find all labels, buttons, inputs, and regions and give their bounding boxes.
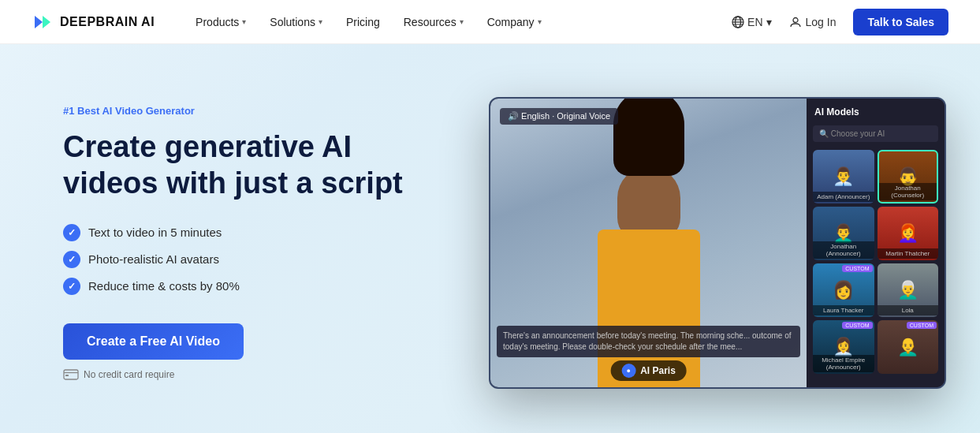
nav-links: Products ▾ Solutions ▾ Pricing Resources… bbox=[186, 11, 732, 33]
svg-point-7 bbox=[793, 17, 798, 22]
check-icon bbox=[63, 251, 80, 268]
check-icon bbox=[63, 278, 80, 295]
chevron-down-icon: ▾ bbox=[460, 17, 464, 26]
lang-selector[interactable]: EN ▾ bbox=[732, 16, 771, 28]
nav-right: EN ▾ Log In Talk to Sales bbox=[732, 9, 948, 35]
hero-badge: #1 Best AI Video Generator bbox=[63, 105, 442, 117]
logo[interactable]: DEEPBRAIN AI bbox=[32, 11, 155, 33]
avatar-card[interactable]: 👩‍🦰Martin Thatcher bbox=[878, 207, 939, 260]
avatar-neck bbox=[637, 215, 661, 231]
avatar-card[interactable]: 👨‍🦱Jonathan (Announcer) bbox=[813, 207, 874, 260]
feature-item-2: Photo-realistic AI avatars bbox=[63, 251, 442, 268]
logo-icon bbox=[32, 11, 54, 33]
avatar-card[interactable]: 👨Jonathan (Counselor) bbox=[878, 150, 939, 203]
hero-section: #1 Best AI Video Generator Create genera… bbox=[63, 105, 442, 379]
chevron-down-icon: ▾ bbox=[766, 16, 772, 28]
svg-marker-0 bbox=[35, 16, 43, 28]
main-content: #1 Best AI Video Generator Create genera… bbox=[0, 44, 980, 433]
avatar-card-label: Jonathan (Counselor) bbox=[879, 183, 937, 200]
credit-card-icon bbox=[63, 369, 79, 380]
login-button[interactable]: Log In bbox=[781, 11, 844, 33]
svg-rect-10 bbox=[65, 375, 69, 376]
ai-models-panel: AI Models 🔍 Choose your AI 👨‍💼Adam (Anno… bbox=[807, 99, 945, 387]
talk-to-sales-button[interactable]: Talk to Sales bbox=[853, 9, 948, 35]
nav-pricing[interactable]: Pricing bbox=[337, 11, 389, 33]
custom-badge: CUSTOM bbox=[842, 322, 872, 329]
avatar-card[interactable]: 👨‍🦳Lola bbox=[878, 263, 939, 317]
video-container: 🔊 English · Original Voice There's an an… bbox=[489, 97, 946, 389]
check-icon bbox=[63, 224, 80, 241]
avatars-grid: 👨‍💼Adam (Announcer)👨Jonathan (Counselor)… bbox=[813, 150, 938, 374]
no-credit-text: No credit card require bbox=[63, 369, 442, 380]
avatar-card[interactable]: 👨‍💼Adam (Announcer) bbox=[813, 150, 874, 203]
nav-solutions[interactable]: Solutions ▾ bbox=[260, 11, 332, 33]
nav-resources[interactable]: Resources ▾ bbox=[394, 11, 473, 33]
hero-title: Create generative AI videos with just a … bbox=[63, 129, 442, 201]
avatar-card[interactable]: 👩‍💼Michael Empire (Announcer)CUSTOM bbox=[813, 320, 874, 374]
svg-marker-1 bbox=[43, 16, 50, 28]
avatar-card-label: Lola bbox=[878, 305, 939, 315]
avatar-card-label: Jonathan (Announcer) bbox=[813, 241, 874, 259]
avatar-card[interactable]: 👨‍🦲CUSTOM bbox=[878, 320, 939, 374]
avatar-name-label: ● AI Paris bbox=[610, 360, 687, 381]
panel-title: AI Models bbox=[813, 106, 938, 118]
chevron-down-icon: ▾ bbox=[242, 17, 246, 26]
search-ai-input[interactable]: 🔍 Choose your AI bbox=[813, 125, 938, 142]
avatar-hair bbox=[613, 97, 684, 176]
avatar-card-label: Laura Thacker bbox=[813, 305, 874, 315]
avatar-dot: ● bbox=[621, 364, 635, 378]
nav-products[interactable]: Products ▾ bbox=[186, 11, 255, 33]
globe-icon bbox=[732, 16, 744, 28]
feature-item-3: Reduce time & costs by 80% bbox=[63, 278, 442, 295]
avatar-card-label: Adam (Announcer) bbox=[813, 192, 874, 202]
logo-text: DEEPBRAIN AI bbox=[60, 15, 155, 29]
custom-badge: CUSTOM bbox=[842, 265, 872, 272]
avatar-card-label: Martin Thatcher bbox=[878, 248, 939, 259]
chevron-down-icon: ▾ bbox=[538, 17, 542, 26]
nav-company[interactable]: Company ▾ bbox=[478, 11, 551, 33]
custom-badge: CUSTOM bbox=[907, 322, 937, 329]
video-main: 🔊 English · Original Voice There's an an… bbox=[490, 99, 807, 387]
create-free-video-button[interactable]: Create a Free AI Video bbox=[63, 323, 244, 360]
navbar: DEEPBRAIN AI Products ▾ Solutions ▾ Pric… bbox=[0, 0, 980, 44]
video-preview-section: 🔊 English · Original Voice There's an an… bbox=[489, 97, 946, 389]
features-list: Text to video in 5 minutes Photo-realist… bbox=[63, 224, 442, 295]
subtitle-bar: There's an announcement before today's m… bbox=[497, 326, 800, 357]
chevron-down-icon: ▾ bbox=[319, 17, 322, 26]
user-icon bbox=[789, 16, 802, 28]
avatar-card-label: Michael Empire (Announcer) bbox=[813, 355, 874, 372]
feature-item-1: Text to video in 5 minutes bbox=[63, 224, 442, 241]
language-badge: 🔊 English · Original Voice bbox=[500, 108, 618, 125]
avatar-card[interactable]: 👩Laura ThackerCUSTOM bbox=[813, 263, 874, 317]
